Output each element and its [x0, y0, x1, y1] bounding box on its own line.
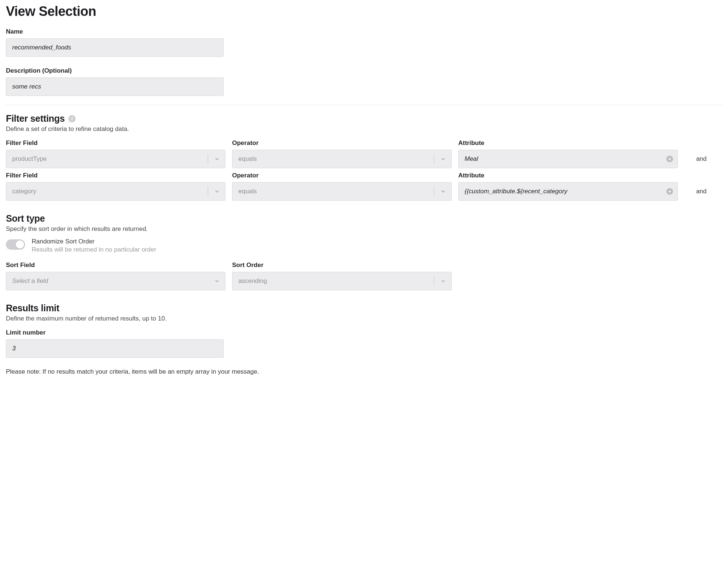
attribute-input-0[interactable]: Meal + [458, 150, 678, 168]
filter-field-select-1[interactable]: category [6, 182, 225, 201]
plus-circle-icon[interactable]: + [666, 188, 673, 195]
filter-field-value-0: productType [12, 155, 205, 163]
name-input[interactable] [6, 38, 224, 57]
name-field-block: Name [6, 28, 722, 57]
sort-order-select[interactable]: ascending [232, 272, 452, 290]
sort-field-select[interactable]: Select a field [6, 272, 225, 290]
results-limit-desc: Define the maximum number of returned re… [6, 315, 722, 322]
sort-field-col: Sort Field Select a field [6, 262, 225, 290]
page-title: View Selection [6, 4, 722, 19]
sort-type-heading: Sort type [6, 213, 722, 224]
attribute-label: Attribute [458, 139, 678, 147]
chevron-down-icon [440, 188, 446, 194]
sort-order-col: Sort Order ascending [232, 262, 452, 290]
chevron-down-icon [214, 156, 220, 162]
select-divider [434, 154, 434, 164]
chevron-down-icon [440, 278, 446, 284]
conjunction-0: and [696, 150, 707, 168]
results-note: Please note: If no results match your cr… [6, 368, 722, 375]
conjunction-1: and [696, 182, 707, 201]
chevron-down-icon [214, 278, 220, 284]
results-limit-heading: Results limit [6, 303, 722, 314]
attribute-value-1: {{custom_attribute.${recent_category [465, 188, 661, 195]
limit-number-label: Limit number [6, 329, 722, 336]
view-selection-form: View Selection Name Description (Optiona… [0, 0, 728, 396]
filter-field-select-0[interactable]: productType [6, 150, 225, 168]
sort-order-label: Sort Order [232, 262, 452, 269]
plus-circle-icon[interactable]: + [666, 156, 673, 162]
filter-settings-heading: Filter settings [6, 113, 65, 124]
filter-row-0-operator-col: Operator equals [232, 139, 452, 168]
select-divider [208, 154, 208, 164]
filter-row-1-field-col: Filter Field category [6, 172, 225, 201]
description-label: Description (Optional) [6, 67, 722, 75]
info-icon[interactable]: i [68, 115, 76, 122]
filter-row-1-and-col: and [684, 172, 707, 201]
limit-number-input[interactable] [6, 339, 224, 358]
filter-field-label: Filter Field [6, 172, 225, 179]
toggle-knob [16, 240, 24, 249]
randomize-toggle-desc: Results will be returned in no particula… [32, 246, 156, 253]
operator-label: Operator [232, 139, 452, 147]
filter-row-1-attribute-col: Attribute {{custom_attribute.${recent_ca… [458, 172, 678, 201]
filter-settings-desc: Define a set of criteria to refine catal… [6, 125, 722, 133]
filter-settings-heading-row: Filter settings i [6, 113, 722, 124]
select-divider [434, 186, 434, 197]
chevron-down-icon [440, 156, 446, 162]
name-label: Name [6, 28, 722, 35]
operator-value-1: equals [238, 188, 431, 195]
sort-grid: Sort Field Select a field Sort Order asc… [6, 262, 722, 290]
sort-field-label: Sort Field [6, 262, 225, 269]
select-divider [208, 186, 208, 197]
chevron-down-icon [214, 188, 220, 194]
randomize-toggle[interactable] [6, 239, 25, 250]
randomize-toggle-text: Randomize Sort Order Results will be ret… [32, 238, 156, 253]
sort-type-section: Sort type Specify the sort order in whic… [6, 213, 722, 290]
description-input[interactable] [6, 77, 224, 96]
divider [6, 105, 722, 105]
attribute-input-1[interactable]: {{custom_attribute.${recent_category + [458, 182, 678, 201]
operator-value-0: equals [238, 155, 431, 163]
filter-row-0-and-col: and [684, 139, 707, 168]
filter-field-value-1: category [12, 188, 205, 195]
randomize-toggle-title: Randomize Sort Order [32, 238, 156, 245]
operator-select-0[interactable]: equals [232, 150, 452, 168]
attribute-label: Attribute [458, 172, 678, 179]
description-field-block: Description (Optional) [6, 67, 722, 96]
select-divider [434, 276, 434, 286]
operator-label: Operator [232, 172, 452, 179]
randomize-toggle-row: Randomize Sort Order Results will be ret… [6, 238, 722, 253]
filter-row-1-operator-col: Operator equals [232, 172, 452, 201]
attribute-value-0: Meal [465, 155, 661, 163]
results-limit-section: Results limit Define the maximum number … [6, 303, 722, 358]
sort-order-value: ascending [238, 277, 431, 285]
filter-row-0-field-col: Filter Field productType [6, 139, 225, 168]
sort-type-desc: Specify the sort order in which results … [6, 225, 722, 233]
operator-select-1[interactable]: equals [232, 182, 452, 201]
filter-grid: Filter Field productType Operator equals… [6, 139, 722, 201]
filter-row-0-attribute-col: Attribute Meal + [458, 139, 678, 168]
filter-field-label: Filter Field [6, 139, 225, 147]
sort-field-placeholder: Select a field [12, 277, 209, 285]
